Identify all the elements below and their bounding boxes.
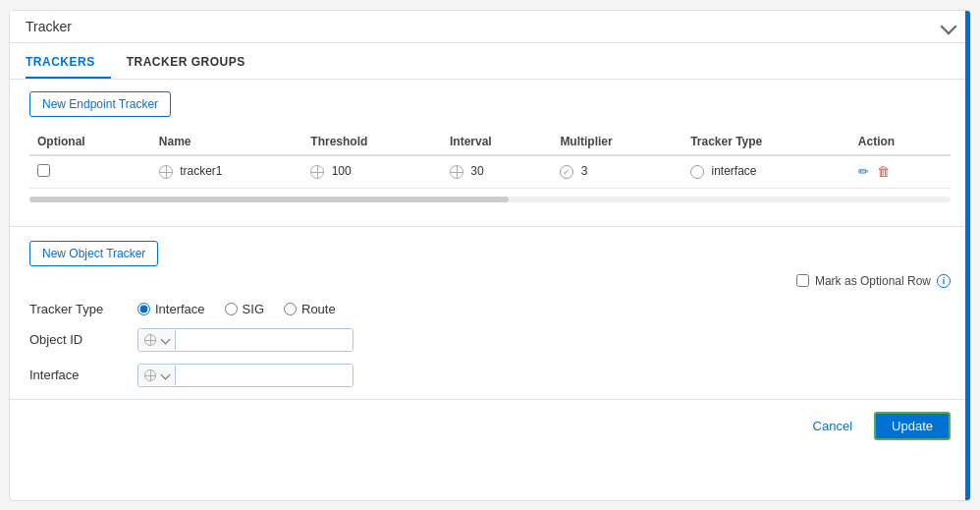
radio-input-interface[interactable]: [137, 303, 150, 315]
row-interval: 30: [470, 164, 483, 178]
radio-sig[interactable]: SIG: [225, 302, 264, 316]
header-dropdown[interactable]: Tracker: [10, 11, 970, 43]
chevron-down-interface: [161, 370, 171, 380]
optional-row-label: Mark as Optional Row: [815, 274, 931, 288]
cell-threshold: 100: [302, 155, 442, 189]
modal-container: Tracker TRACKERS TRACKER GROUPS New Endp…: [9, 10, 971, 501]
interface-globe-btn[interactable]: [138, 366, 176, 385]
cell-tracker-type: interface: [682, 155, 850, 189]
row-optional-checkbox[interactable]: [37, 164, 50, 177]
tracker-type-row: Tracker Type Interface SIG Route: [29, 302, 951, 316]
radio-interface[interactable]: Interface: [137, 302, 205, 316]
globe-icon: [159, 165, 173, 179]
globe-icon-threshold: [310, 165, 324, 179]
tracker-type-control: Interface SIG Route: [137, 302, 550, 316]
form-section: Tracker Type Interface SIG Route: [10, 302, 970, 387]
radio-route[interactable]: Route: [284, 302, 336, 316]
scrollbar-thumb: [29, 197, 509, 202]
new-object-tracker-button[interactable]: New Object Tracker: [29, 241, 158, 266]
col-name: Name: [151, 129, 303, 155]
trackers-table-section: Optional Name Threshold Interval Multipl…: [29, 129, 951, 189]
horizontal-scrollbar[interactable]: [29, 197, 951, 202]
cell-optional: [29, 155, 151, 189]
tab-tracker-groups[interactable]: TRACKER GROUPS: [127, 47, 261, 79]
interface-row: Interface: [29, 364, 951, 387]
tracker-type-label: Tracker Type: [29, 302, 137, 316]
footer: Cancel Update: [10, 399, 970, 452]
chevron-down-icon: [941, 18, 957, 34]
col-action: Action: [850, 129, 951, 155]
optional-row-container: Mark as Optional Row i: [29, 274, 951, 288]
cell-action: ✏ 🗑: [850, 155, 951, 189]
cell-name: tracker1: [151, 155, 303, 189]
col-multiplier: Multiplier: [552, 129, 682, 155]
globe-icon-interface: [144, 369, 156, 381]
radio-input-route[interactable]: [284, 303, 297, 315]
interface-label: Interface: [29, 368, 137, 382]
row-tracker-type: interface: [711, 164, 756, 178]
trackers-table: Optional Name Threshold Interval Multipl…: [29, 129, 951, 189]
radio-input-sig[interactable]: [225, 303, 238, 315]
section-divider: [10, 226, 970, 227]
main-content: New Endpoint Tracker Optional Name Thres…: [10, 80, 970, 222]
tracker-type-radio-group: Interface SIG Route: [137, 302, 550, 316]
interface-input-container: [137, 364, 354, 387]
tab-trackers[interactable]: TRACKERS: [26, 47, 111, 79]
globe-icon-objectid: [144, 334, 156, 346]
mark-optional-checkbox[interactable]: [796, 274, 809, 287]
cell-multiplier: ✓ 3: [552, 155, 682, 189]
col-threshold: Threshold: [302, 129, 442, 155]
cancel-button[interactable]: Cancel: [801, 412, 864, 440]
update-button[interactable]: Update: [874, 412, 951, 440]
col-tracker-type: Tracker Type: [682, 129, 850, 155]
object-id-input-container: [137, 328, 354, 352]
object-id-globe-btn[interactable]: [138, 330, 176, 350]
circle-check-icon: ✓: [560, 165, 573, 179]
row-threshold: 100: [332, 164, 352, 178]
radio-label-interface: Interface: [155, 302, 205, 316]
edit-icon[interactable]: ✏: [858, 164, 869, 179]
radio-label-route: Route: [301, 302, 336, 316]
globe-icon-interval: [450, 165, 463, 179]
col-interval: Interval: [442, 129, 552, 155]
delete-icon[interactable]: 🗑: [877, 164, 890, 179]
circle-icon-type: [690, 165, 704, 179]
info-icon[interactable]: i: [937, 274, 951, 288]
cell-interval: 30: [442, 155, 552, 189]
action-icons: ✏ 🗑: [858, 164, 943, 179]
interface-input[interactable]: [176, 365, 353, 386]
chevron-down-objectid: [161, 335, 171, 345]
radio-label-sig: SIG: [243, 302, 264, 316]
object-tracker-section: New Object Tracker Mark as Optional Row …: [10, 231, 970, 302]
table-row: tracker1 100 30 ✓ 3: [29, 155, 951, 189]
object-id-input[interactable]: [176, 329, 353, 351]
dropdown-label: Tracker: [26, 19, 72, 34]
object-id-label: Object ID: [29, 332, 137, 347]
col-optional: Optional: [29, 129, 151, 155]
row-multiplier: 3: [581, 164, 588, 178]
object-id-row: Object ID: [29, 328, 951, 352]
tabs-container: TRACKERS TRACKER GROUPS: [10, 47, 970, 80]
new-endpoint-tracker-button[interactable]: New Endpoint Tracker: [29, 91, 171, 117]
row-name: tracker1: [180, 164, 222, 178]
